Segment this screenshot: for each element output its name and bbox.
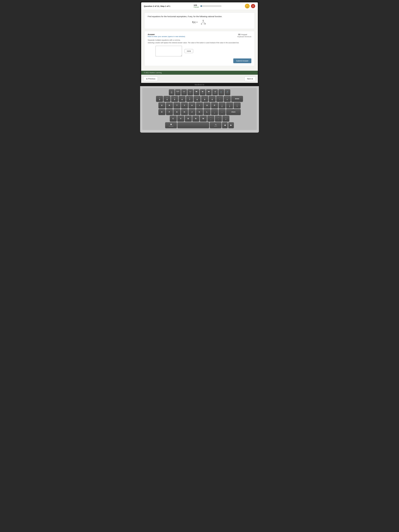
key-k[interactable]: K — [196, 109, 203, 115]
key-f8[interactable]: ⏯ F8 — [200, 89, 205, 95]
key-f4[interactable]: ⠿⠿⠿ F4 — [175, 89, 181, 95]
laptop-screen: Question 2 of 12, Step 1 of 1 1/15 Corre… — [140, 1, 259, 83]
input-area: none — [148, 46, 251, 56]
key-return[interactable]: return — [226, 109, 241, 115]
key-percent-5[interactable]: % 5 — [171, 96, 178, 102]
key-p[interactable]: P — [211, 102, 218, 108]
key-v[interactable]: V — [177, 116, 184, 121]
keypad-section: ⌨ Keypad Keyboard Shortcuts — [238, 33, 251, 38]
key-lt[interactable]: < , — [207, 116, 214, 121]
next-button[interactable]: Next ► — [245, 76, 256, 81]
formula-prefix: f(x) = — [192, 21, 198, 24]
c-row: C V B N M < , > . ? / — [143, 116, 256, 121]
key-t[interactable]: T — [173, 102, 180, 108]
key-hash-3[interactable]: # 3 — [156, 96, 163, 102]
keypad-button[interactable]: ⌨ Keypad — [238, 33, 248, 36]
page-footer: © 2021 Hawkes Learning — [141, 71, 258, 75]
numerator: 5 — [202, 20, 205, 22]
progress-status: Correct — [194, 6, 199, 8]
browser-content: Question 2 of 12, Step 1 of 1 1/15 Corre… — [141, 2, 258, 83]
key-dollar-4[interactable]: $ 4 — [164, 96, 171, 102]
keyboard-shortcuts-link[interactable]: Keyboard Shortcuts — [238, 36, 251, 38]
key-e[interactable]: E — [158, 102, 165, 108]
top-icons: 🏆 2 — [245, 4, 255, 8]
warning-note: Selecting a button will replace the ente… — [148, 42, 251, 44]
key-d[interactable]: D — [158, 109, 165, 115]
key-u[interactable]: U — [189, 102, 195, 108]
main-content: Find equations for the horizontal asympt… — [141, 10, 258, 71]
key-star-8[interactable]: * 8 — [194, 96, 201, 102]
question-label: Question 2 of 12, Step 1 of 1 — [144, 5, 170, 7]
key-i[interactable]: I — [196, 102, 203, 108]
number-row: # 3 $ 4 % 5 ^ 6 & 7 * 8 — [143, 96, 256, 102]
key-o[interactable]: O — [204, 102, 210, 108]
progress-bar-container — [200, 5, 222, 7]
copyright: © 2021 Hawkes Learning — [144, 72, 162, 74]
macbook-label: MacBook Air — [140, 83, 259, 86]
how-to-link[interactable]: How to enter your answer (opens in new w… — [148, 36, 185, 38]
fn-key-row: 80 F3 ⠿⠿⠿ F4 ✦✦ F5 ✧✧ F6 ⏮ F7 ⏯ F8 — [143, 89, 256, 95]
key-y[interactable]: Y — [181, 102, 188, 108]
answer-title: Answer — [148, 33, 185, 36]
key-gt[interactable]: > . — [215, 116, 222, 121]
key-rbrace[interactable]: } ] — [226, 102, 233, 108]
key-g[interactable]: G — [173, 109, 180, 115]
key-f10[interactable]: ◁ F10 — [212, 89, 218, 95]
key-f9[interactable]: ⏭ F9 — [206, 89, 212, 95]
separator-note: Separate multiple equations with a comma… — [148, 39, 251, 41]
d-row: D F G H J K L : ; " ' return — [143, 109, 256, 115]
nav-row: ◄ Previous Next ► — [141, 75, 258, 83]
key-f11[interactable]: 🔈 F11 — [219, 89, 224, 95]
key-colon[interactable]: : ; — [211, 109, 218, 115]
submit-button[interactable]: Submit Answer — [233, 58, 251, 63]
key-rparen-0[interactable]: ) 0 — [209, 96, 215, 102]
key-quote[interactable]: " ' — [219, 109, 226, 115]
key-f5[interactable]: ✦✦ F5 — [181, 89, 187, 95]
key-b[interactable]: B — [185, 116, 192, 121]
key-spacebar[interactable] — [177, 122, 209, 128]
progress-text-group: 1/15 Correct — [194, 4, 199, 8]
key-equals[interactable]: + = — [224, 96, 231, 102]
key-caret-6[interactable]: ^ 6 — [179, 96, 185, 102]
previous-button[interactable]: ◄ Previous — [143, 76, 158, 81]
answer-header: Answer How to enter your answer (opens i… — [148, 33, 251, 38]
key-h[interactable]: H — [181, 109, 188, 115]
keypad-icon: ⌨ — [238, 33, 241, 36]
progress-section: 1/15 Correct — [194, 4, 222, 8]
key-lbrace[interactable]: { [ — [219, 102, 226, 108]
e-row: E R T Y U I O P { [ } ] | \ — [143, 102, 256, 108]
key-c[interactable]: C — [170, 116, 177, 121]
question-text: Find equations for the horizontal asympt… — [148, 15, 251, 18]
key-l[interactable]: L — [204, 109, 210, 115]
key-option[interactable]: ⌥ option — [210, 122, 222, 128]
key-f12[interactable]: 🔊 F12 — [225, 89, 230, 95]
key-command[interactable]: ⌘ command — [165, 122, 177, 128]
key-f[interactable]: F — [166, 109, 173, 115]
key-r[interactable]: R — [166, 102, 173, 108]
heart-badge: 2 — [251, 4, 255, 8]
fraction: 5 x − 9 — [200, 20, 206, 25]
key-question[interactable]: ? / — [222, 116, 229, 121]
key-amp-7[interactable]: & 7 — [186, 96, 193, 102]
question-box: Find equations for the horizontal asympt… — [144, 13, 255, 29]
gold-badge: 🏆 — [245, 4, 250, 8]
key-right[interactable]: ▶ — [228, 122, 234, 128]
key-m[interactable]: M — [200, 116, 207, 121]
key-f6[interactable]: ✧✧ F6 — [188, 89, 193, 95]
key-minus[interactable]: — - — [216, 96, 223, 102]
progress-fraction: 1/15 — [194, 4, 199, 6]
progress-bar-fill — [200, 5, 202, 7]
bottom-row: ⌘ command ⌥ option ◀ ▶ — [143, 122, 256, 128]
none-button[interactable]: none — [185, 49, 193, 53]
answer-input[interactable] — [156, 46, 182, 56]
key-f3[interactable]: 80 F3 — [169, 89, 174, 95]
key-n[interactable]: N — [192, 116, 199, 121]
key-j[interactable]: J — [189, 109, 195, 115]
key-f7[interactable]: ⏮ F7 — [194, 89, 199, 95]
key-left[interactable]: ◀ — [222, 122, 228, 128]
key-delete[interactable]: delete — [231, 96, 243, 102]
answer-section: Answer How to enter your answer (opens i… — [144, 31, 255, 66]
key-lparen-9[interactable]: ( 9 — [201, 96, 208, 102]
denominator: x − 9 — [200, 22, 206, 25]
key-pipe[interactable]: | \ — [234, 102, 241, 108]
